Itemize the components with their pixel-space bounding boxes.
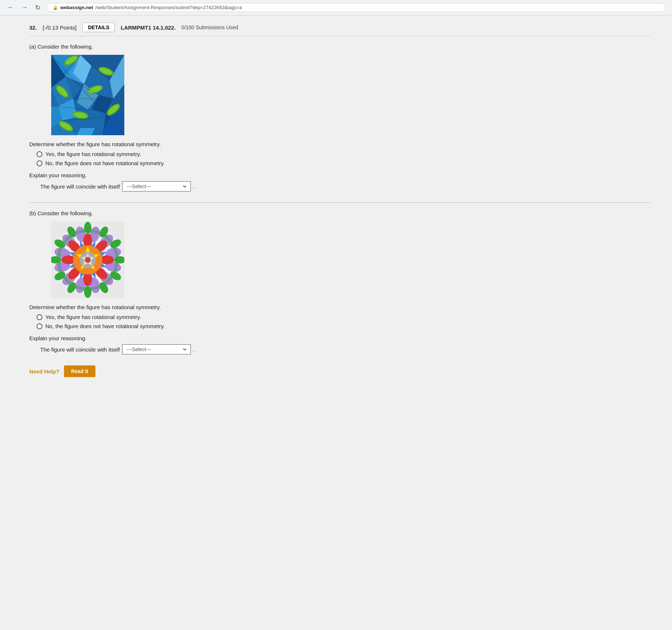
- page-content: 32. [-/0.13 Points] DETAILS LARMPMT1 14.…: [0, 15, 672, 630]
- part-b-yes-label: Yes, the figure has rotational symmetry.: [45, 314, 141, 320]
- svg-point-88: [85, 257, 91, 263]
- forward-button[interactable]: →: [20, 4, 29, 11]
- part-a-coincide-text: The figure will coincide with itself: [40, 183, 120, 190]
- part-a-radio-group: Yes, the figure has rotational symmetry.…: [37, 151, 650, 166]
- part-a-question-text: Determine whether the figure has rotatio…: [29, 141, 650, 147]
- part-a-section: (a) Consider the following.: [29, 43, 650, 191]
- part-b-coincide-row: The figure will coincide with itself ---…: [40, 344, 650, 354]
- part-b-radio-group: Yes, the figure has rotational symmetry.…: [37, 314, 650, 329]
- part-a-period: .: [193, 183, 195, 190]
- url-bar[interactable]: 🔒 webassign.net /web/Student/Assignment-…: [46, 3, 666, 12]
- part-a-label: (a) Consider the following.: [29, 43, 650, 50]
- points-label: [-/0.13 Points]: [43, 24, 77, 31]
- part-b-section: (b) Consider the following.: [29, 210, 650, 354]
- submissions-label: 0/100 Submissions Used: [181, 24, 238, 30]
- part-b-question-text: Determine whether the figure has rotatio…: [29, 304, 650, 310]
- part-b-yes-option[interactable]: Yes, the figure has rotational symmetry.: [37, 314, 650, 320]
- part-b-label: (b) Consider the following.: [29, 210, 650, 216]
- part-b-explain-section: Explain your reasoning. The figure will …: [29, 335, 650, 354]
- part-b-image-container: [51, 221, 650, 298]
- need-help-section: Need Help? Read It: [29, 365, 650, 377]
- part-a-no-radio[interactable]: [37, 160, 42, 166]
- details-button[interactable]: DETAILS: [82, 23, 115, 32]
- question-number: 32.: [29, 24, 37, 31]
- part-a-coincide-row: The figure will coincide with itself ---…: [40, 181, 650, 191]
- part-b-coincide-text: The figure will coincide with itself: [40, 346, 120, 353]
- part-b-explain-label: Explain your reasoning.: [29, 335, 650, 341]
- part-a-no-label: No, the figure does not have rotational …: [45, 160, 165, 166]
- part-b-no-radio[interactable]: [37, 323, 42, 329]
- stained-glass-image: [51, 55, 124, 135]
- part-a-explain-section: Explain your reasoning. The figure will …: [29, 172, 650, 191]
- reload-button[interactable]: ↻: [34, 4, 42, 12]
- url-domain: webassign.net: [60, 5, 93, 10]
- lock-icon: 🔒: [53, 5, 58, 10]
- part-a-yes-radio[interactable]: [37, 151, 42, 157]
- part-b-period: .: [193, 346, 195, 353]
- mandala-image: [51, 221, 124, 298]
- part-a-image-container: [51, 55, 650, 135]
- question-code: LARMPMT1 14.1.022.: [121, 24, 175, 31]
- part-b-yes-radio[interactable]: [37, 314, 42, 320]
- part-a-explain-label: Explain your reasoning.: [29, 172, 650, 178]
- part-b-no-option[interactable]: No, the figure does not have rotational …: [37, 323, 650, 329]
- part-b-select[interactable]: ---Select--- never after a rotation of 9…: [125, 346, 188, 353]
- need-help-label: Need Help?: [29, 368, 60, 375]
- browser-bar: ← → ↻ 🔒 webassign.net /web/Student/Assig…: [0, 0, 672, 15]
- back-button[interactable]: ←: [6, 4, 15, 11]
- part-a-yes-option[interactable]: Yes, the figure has rotational symmetry.: [37, 151, 650, 157]
- section-divider: [29, 202, 650, 203]
- url-rest: /web/Student/Assignment-Responses/submit…: [95, 5, 242, 10]
- part-a-yes-label: Yes, the figure has rotational symmetry.: [45, 151, 141, 157]
- read-it-button[interactable]: Read It: [64, 365, 96, 377]
- part-a-no-option[interactable]: No, the figure does not have rotational …: [37, 160, 650, 166]
- question-header: 32. [-/0.13 Points] DETAILS LARMPMT1 14.…: [29, 23, 650, 36]
- part-b-no-label: No, the figure does not have rotational …: [45, 323, 165, 329]
- part-a-select-wrapper[interactable]: ---Select--- never after a rotation of 9…: [122, 181, 191, 191]
- part-b-select-wrapper[interactable]: ---Select--- never after a rotation of 9…: [122, 344, 191, 354]
- part-a-select[interactable]: ---Select--- never after a rotation of 9…: [125, 183, 188, 190]
